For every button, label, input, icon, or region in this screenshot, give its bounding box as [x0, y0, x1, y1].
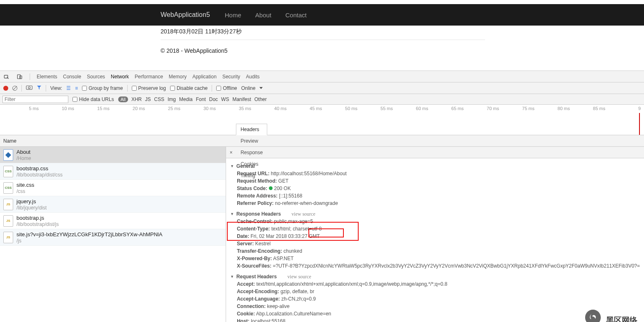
js-file-icon: JS [3, 199, 13, 210]
section-request-headers[interactable]: Request Headersview source [230, 273, 640, 280]
js-file-icon: JS [3, 215, 13, 227]
nav-about[interactable]: About [255, 12, 271, 19]
request-row[interactable]: CSSbootstrap.css/lib/bootstrap/dist/css [0, 163, 226, 180]
header-row: Host: localhost:55168 [230, 317, 640, 322]
timeline-end-marker [639, 113, 640, 135]
filter-toggle-icon[interactable] [37, 85, 42, 91]
tab-console[interactable]: Console [63, 74, 81, 80]
page-body: 2018年03月02日 11时33分27秒 © 2018 - WebApplic… [0, 26, 644, 71]
details-tab-headers[interactable]: Headers [236, 124, 267, 135]
header-row: Remote Address: [::1]:55168 [230, 192, 640, 200]
timeline-tick: 70 ms [464, 106, 499, 111]
divider [161, 40, 485, 40]
screenshot-icon[interactable] [26, 85, 33, 91]
timeline-tick: 15 ms [74, 106, 110, 111]
request-row[interactable]: JSbootstrap.js/lib/bootstrap/dist/js [0, 213, 226, 229]
timeline-tick: 65 ms [428, 106, 464, 111]
header-row: Accept-Encoding: gzip, deflate, br [230, 288, 640, 295]
brand-link[interactable]: WebApplication5 [161, 11, 210, 19]
section-general[interactable]: General [230, 162, 640, 170]
svg-point-4 [28, 87, 30, 89]
tab-network[interactable]: Network [111, 74, 129, 80]
tab-security[interactable]: Security [222, 74, 240, 80]
timeline-tick: 20 ms [110, 106, 145, 111]
filter-type-manifest[interactable]: Manifest [232, 96, 251, 102]
devtools: ElementsConsoleSourcesNetworkPerformance… [0, 71, 644, 322]
timeline-tick: 80 ms [534, 106, 570, 111]
record-button[interactable] [3, 86, 8, 91]
filter-type-css[interactable]: CSS [154, 96, 164, 102]
details-tab-response[interactable]: Response [236, 147, 267, 158]
nav-home[interactable]: Home [225, 12, 241, 19]
timeline-tick: 50 ms [322, 106, 357, 111]
request-row[interactable]: JSjquery.js/lib/jquery/dist [0, 196, 226, 213]
js-file-icon: JS [3, 232, 13, 243]
name-column-header[interactable]: Name [0, 135, 644, 147]
tab-elements[interactable]: Elements [37, 74, 57, 80]
timeline[interactable]: 5 ms10 ms15 ms20 ms25 ms30 ms35 ms40 ms4… [0, 105, 644, 135]
page-timestamp: 2018年03月02日 11时33分27秒 [161, 26, 644, 40]
view-source-link[interactable]: view source [287, 273, 311, 280]
view-label: View: [50, 85, 62, 91]
filter-bar: Hide data URLs AllXHRJSCSSImgMediaFontDo… [0, 94, 644, 105]
devtools-tabs: ElementsConsoleSourcesNetworkPerformance… [0, 71, 644, 82]
section-response-headers[interactable]: Response Headersview source [230, 210, 640, 218]
clear-button[interactable] [12, 86, 17, 91]
details-tab-preview[interactable]: Preview [236, 135, 267, 147]
document-icon [3, 149, 13, 161]
view-source-link[interactable]: view source [292, 210, 315, 218]
header-row: Request URL: http://localhost:55168/Home… [230, 170, 640, 177]
details-tabs: × HeadersPreviewResponseCookiesTiming [226, 147, 644, 158]
filter-type-doc[interactable]: Doc [209, 96, 218, 102]
filter-type-font[interactable]: Font [196, 96, 206, 102]
header-row: X-SourceFiles: =?UTF-8?B?YzpcdXNlcnNcYWR… [230, 262, 640, 270]
header-row: Transfer-Encoding: chunked [230, 247, 640, 255]
filter-type-ws[interactable]: WS [221, 96, 229, 102]
filter-type-all[interactable]: All [118, 96, 128, 102]
header-row: Cache-Control: public,max-age=5 [230, 218, 640, 225]
filter-type-js[interactable]: JS [145, 96, 151, 102]
offline-checkbox[interactable]: Offline [216, 85, 237, 91]
device-toggle-icon[interactable] [16, 73, 23, 80]
tab-performance[interactable]: Performance [135, 74, 163, 80]
filter-type-media[interactable]: Media [179, 96, 193, 102]
timeline-tick: 60 ms [393, 106, 428, 111]
svg-rect-3 [26, 86, 32, 89]
throttle-select[interactable]: Online [241, 85, 256, 91]
waterfall-icon[interactable]: ≡ [75, 85, 78, 91]
header-row: Accept-Language: zh-CN,zh;q=0.9 [230, 295, 640, 303]
header-row: Cookie: Abp.Localization.CultureName=en [230, 310, 640, 317]
inspect-icon[interactable] [3, 73, 10, 80]
filter-type-other[interactable]: Other [254, 96, 267, 102]
network-toolbar: View: ☰ ≡ Group by frame Preserve log Di… [0, 82, 644, 94]
timeline-tick: 75 ms [499, 106, 534, 111]
filter-type-xhr[interactable]: XHR [131, 96, 142, 102]
large-rows-icon[interactable]: ☰ [66, 85, 71, 91]
header-row: Referrer Policy: no-referrer-when-downgr… [230, 200, 640, 207]
app-navbar: WebApplication5 Home About Contact [0, 4, 644, 26]
timeline-tick: 10 ms [39, 106, 74, 111]
request-list: About/HomeCSSbootstrap.css/lib/bootstrap… [0, 147, 226, 322]
close-icon[interactable]: × [226, 150, 236, 155]
tab-memory[interactable]: Memory [169, 74, 187, 80]
hide-data-urls-checkbox[interactable]: Hide data URLs [72, 96, 114, 102]
tab-application[interactable]: Application [192, 74, 217, 80]
tab-audits[interactable]: Audits [246, 74, 259, 80]
timeline-tick: 30 ms [180, 106, 216, 111]
request-row[interactable]: JSsite.js?v=ji3-lxbEzYWjzzLCGkF1KDjrT2jL… [0, 229, 226, 246]
details-panel: × HeadersPreviewResponseCookiesTiming Ge… [226, 147, 644, 322]
timeline-tick: 5 ms [3, 106, 39, 111]
tab-sources[interactable]: Sources [87, 74, 105, 80]
chevron-down-icon[interactable] [259, 87, 263, 89]
filter-type-img[interactable]: Img [168, 96, 176, 102]
page-footer: © 2018 - WebApplication5 [161, 47, 644, 71]
disable-cache-checkbox[interactable]: Disable cache [170, 85, 208, 91]
timeline-tick: 25 ms [145, 106, 180, 111]
request-row[interactable]: CSSsite.css/css [0, 180, 226, 196]
request-row[interactable]: About/Home [0, 147, 226, 163]
nav-contact[interactable]: Contact [285, 12, 307, 19]
timeline-tick: 55 ms [357, 106, 393, 111]
filter-input[interactable] [2, 96, 68, 103]
group-by-frame-checkbox[interactable]: Group by frame [82, 85, 123, 91]
preserve-log-checkbox[interactable]: Preserve log [132, 85, 166, 91]
